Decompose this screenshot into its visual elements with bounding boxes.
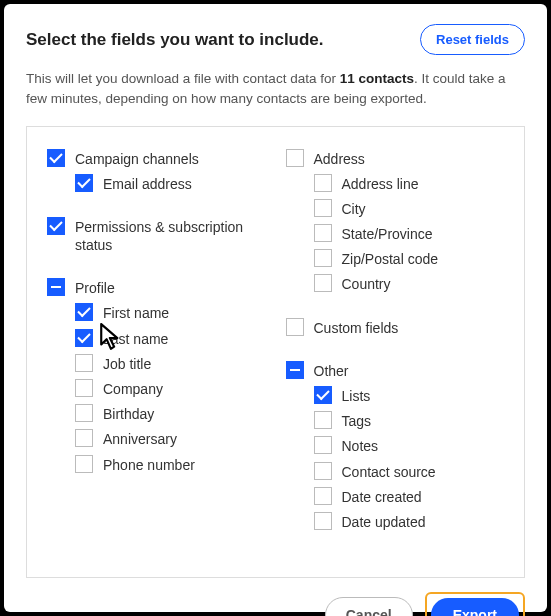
checkbox-company[interactable] — [75, 379, 93, 397]
field-label: Zip/Postal code — [342, 249, 439, 268]
checkbox-lists[interactable] — [314, 386, 332, 404]
checkbox-custom-fields[interactable] — [286, 318, 304, 336]
right-column: AddressAddress lineCityState/ProvinceZip… — [286, 149, 505, 556]
checkbox-notes[interactable] — [314, 436, 332, 454]
checkbox-date-updated[interactable] — [314, 512, 332, 530]
field-group-custom-fields: Custom fields — [286, 318, 505, 343]
field-group-permissions-subscription-status: Permissions & subscription status — [47, 217, 266, 260]
field-row: Notes — [314, 436, 505, 455]
checkbox-contact-source[interactable] — [314, 462, 332, 480]
checkbox-country[interactable] — [314, 274, 332, 292]
field-label: Address line — [342, 174, 419, 193]
group-row: Address — [286, 149, 505, 168]
field-row: Address line — [314, 174, 505, 193]
field-row: State/Province — [314, 224, 505, 243]
field-label: Anniversary — [103, 429, 177, 448]
group-label: Permissions & subscription status — [75, 217, 266, 254]
checkbox-permissions-subscription-status[interactable] — [47, 217, 65, 235]
field-row: Phone number — [75, 455, 266, 474]
checkbox-date-created[interactable] — [314, 487, 332, 505]
group-label: Custom fields — [314, 318, 399, 337]
checkbox-email-address[interactable] — [75, 174, 93, 192]
reset-fields-button[interactable]: Reset fields — [420, 24, 525, 55]
checkbox-job-title[interactable] — [75, 354, 93, 372]
checkbox-tags[interactable] — [314, 411, 332, 429]
field-row: Job title — [75, 354, 266, 373]
checkbox-state-province[interactable] — [314, 224, 332, 242]
field-row: First name — [75, 303, 266, 322]
field-row: Birthday — [75, 404, 266, 423]
checkbox-address-line[interactable] — [314, 174, 332, 192]
field-group-other: OtherListsTagsNotesContact sourceDate cr… — [286, 361, 505, 537]
group-row: Campaign channels — [47, 149, 266, 168]
cancel-button[interactable]: Cancel — [325, 597, 413, 616]
field-group-campaign-channels: Campaign channelsEmail address — [47, 149, 266, 199]
checkbox-other[interactable] — [286, 361, 304, 379]
field-group-profile: ProfileFirst nameLast nameJob titleCompa… — [47, 278, 266, 480]
field-label: Date created — [342, 487, 422, 506]
field-label: Last name — [103, 329, 168, 348]
description: This will let you download a file with c… — [26, 69, 525, 110]
dialog-footer: Cancel Export — [26, 592, 525, 616]
export-dialog: Select the fields you want to include. R… — [4, 4, 547, 612]
field-label: Notes — [342, 436, 379, 455]
field-label: Tags — [342, 411, 372, 430]
left-column: Campaign channelsEmail addressPermission… — [47, 149, 266, 556]
field-label: City — [342, 199, 366, 218]
checkbox-zip-postal-code[interactable] — [314, 249, 332, 267]
group-row: Profile — [47, 278, 266, 297]
group-row: Permissions & subscription status — [47, 217, 266, 254]
checkbox-campaign-channels[interactable] — [47, 149, 65, 167]
header: Select the fields you want to include. R… — [26, 24, 525, 55]
field-label: Phone number — [103, 455, 195, 474]
export-highlight: Export — [425, 592, 525, 616]
field-row: Contact source — [314, 462, 505, 481]
field-label: Job title — [103, 354, 151, 373]
checkbox-address[interactable] — [286, 149, 304, 167]
group-label: Campaign channels — [75, 149, 199, 168]
group-label: Profile — [75, 278, 115, 297]
field-row: Anniversary — [75, 429, 266, 448]
checkbox-phone-number[interactable] — [75, 455, 93, 473]
field-label: Email address — [103, 174, 192, 193]
fields-container: Campaign channelsEmail addressPermission… — [26, 126, 525, 579]
field-group-address: AddressAddress lineCityState/ProvinceZip… — [286, 149, 505, 300]
field-label: Country — [342, 274, 391, 293]
field-label: Lists — [342, 386, 371, 405]
field-row: Last name — [75, 329, 266, 348]
group-row: Custom fields — [286, 318, 505, 337]
group-row: Other — [286, 361, 505, 380]
field-label: First name — [103, 303, 169, 322]
field-label: Birthday — [103, 404, 154, 423]
field-row: Date updated — [314, 512, 505, 531]
field-row: Zip/Postal code — [314, 249, 505, 268]
checkbox-profile[interactable] — [47, 278, 65, 296]
desc-count: 11 contacts — [340, 71, 414, 86]
field-label: State/Province — [342, 224, 433, 243]
group-label: Address — [314, 149, 365, 168]
checkbox-anniversary[interactable] — [75, 429, 93, 447]
field-row: Lists — [314, 386, 505, 405]
export-button[interactable]: Export — [431, 598, 519, 616]
field-row: Company — [75, 379, 266, 398]
field-row: Date created — [314, 487, 505, 506]
dialog-title: Select the fields you want to include. — [26, 30, 324, 50]
field-label: Contact source — [342, 462, 436, 481]
checkbox-city[interactable] — [314, 199, 332, 217]
field-row: Email address — [75, 174, 266, 193]
group-label: Other — [314, 361, 349, 380]
desc-pre: This will let you download a file with c… — [26, 71, 340, 86]
field-row: Tags — [314, 411, 505, 430]
checkbox-birthday[interactable] — [75, 404, 93, 422]
checkbox-last-name[interactable] — [75, 329, 93, 347]
field-row: City — [314, 199, 505, 218]
checkbox-first-name[interactable] — [75, 303, 93, 321]
field-label: Date updated — [342, 512, 426, 531]
field-label: Company — [103, 379, 163, 398]
field-row: Country — [314, 274, 505, 293]
